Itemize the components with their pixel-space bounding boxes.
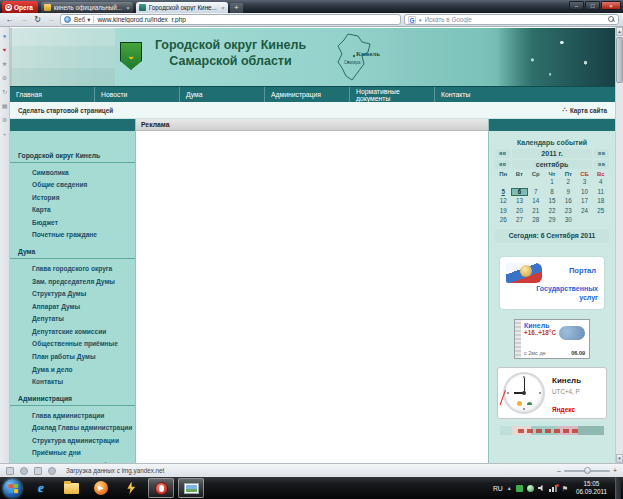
address-bar[interactable]: Веб ▾ www.kinelgorod.ru/index_r.php xyxy=(60,14,401,25)
language-indicator[interactable]: RU xyxy=(493,485,503,492)
sidebar-item[interactable]: Структура администрации xyxy=(10,434,135,447)
sidebar-item[interactable]: Доклад Главы администрации xyxy=(10,422,135,435)
star-panel-icon[interactable]: ★ xyxy=(2,61,7,67)
gosuslugi-portal-banner[interactable]: Портал Государственных услуг xyxy=(500,257,604,309)
calendar-day[interactable]: 11 xyxy=(593,188,609,197)
sidebar-item[interactable]: Бюджет xyxy=(10,216,135,229)
calendar-day[interactable]: 3 xyxy=(576,178,592,187)
close-button[interactable]: × xyxy=(601,1,621,10)
prev-year-button[interactable]: «« xyxy=(495,149,510,158)
next-month-button[interactable]: »» xyxy=(594,160,609,169)
sidebar-item[interactable]: Депутаты xyxy=(10,313,135,326)
search-icon[interactable] xyxy=(608,16,615,23)
tab-gorodskoy-okrug[interactable]: Городской округ Кине... × xyxy=(136,2,228,13)
scroll-down-icon[interactable]: ▼ xyxy=(616,454,623,463)
zoom-slider[interactable] xyxy=(564,470,610,472)
sidebar-section-title[interactable]: Дума xyxy=(10,245,135,259)
sidebar-item[interactable]: Общественные приёмные xyxy=(10,338,135,351)
sidebar-item[interactable]: Дума и дело xyxy=(10,363,135,376)
taskbar-lightning-app-icon[interactable] xyxy=(118,478,144,498)
calendar-day[interactable]: 21 xyxy=(528,207,544,216)
taskbar-media-player-icon[interactable]: ▶ xyxy=(88,478,114,498)
calendar-day[interactable]: 7 xyxy=(528,188,544,197)
volume-icon[interactable] xyxy=(538,485,545,492)
settings2-panel-icon[interactable]: ⚙ xyxy=(2,117,7,123)
network-icon[interactable] xyxy=(549,485,558,492)
nav-item-5[interactable]: Нормативные документы xyxy=(350,87,435,102)
camera-icon[interactable] xyxy=(48,467,56,475)
calendar-day[interactable]: 26 xyxy=(495,216,511,225)
nav-item-4[interactable]: Администрация xyxy=(265,87,350,102)
minimize-button[interactable]: – xyxy=(569,1,584,10)
taskbar-ie-icon[interactable]: e xyxy=(28,478,54,498)
weather-widget[interactable]: Кинель +16..+18°C с 2мс дн 06.09 xyxy=(514,319,590,359)
calendar-day[interactable]: 15 xyxy=(544,197,560,206)
sidebar-section-title[interactable]: Городской округ Кинель xyxy=(10,149,135,163)
url-text[interactable]: www.kinelgorod.ru/index_r.php xyxy=(97,16,186,23)
calendar-day[interactable]: 6 xyxy=(511,188,527,197)
zoom-slider-knob[interactable] xyxy=(584,467,591,474)
tray-antivirus-icon[interactable] xyxy=(527,485,534,492)
back-button[interactable]: ← xyxy=(4,15,15,25)
stop-button[interactable]: – xyxy=(46,15,57,25)
calendar-day[interactable]: 23 xyxy=(560,207,576,216)
taskbar-image-viewer-icon[interactable] xyxy=(178,478,204,498)
sidebar-item[interactable]: Глава администрации xyxy=(10,409,135,422)
calendar-day[interactable]: 14 xyxy=(528,197,544,206)
taskbar-opera-icon[interactable] xyxy=(148,478,174,498)
show-desktop-button[interactable] xyxy=(615,477,621,499)
sidebar-item[interactable]: Глава городского округа xyxy=(10,262,135,275)
tray-green-app-icon[interactable] xyxy=(516,485,523,492)
opera-menu-button[interactable]: O Opera xyxy=(2,1,38,13)
nav-item-1[interactable]: Главная xyxy=(10,87,95,102)
nav-item-2[interactable]: Новости xyxy=(95,87,180,102)
sidebar-item[interactable]: Контакты xyxy=(10,376,135,389)
calendar-day[interactable]: 4 xyxy=(593,178,609,187)
new-tab-button[interactable]: + xyxy=(230,3,243,13)
scrollbar-thumb[interactable] xyxy=(616,37,623,83)
calendar-day[interactable]: 17 xyxy=(576,197,592,206)
tab-close-icon[interactable]: × xyxy=(126,5,130,11)
set-start-page-link[interactable]: Сделать стартовой страницей xyxy=(18,107,113,114)
web-dropdown[interactable]: Веб ▾ xyxy=(74,16,94,23)
sidebar-item[interactable]: Карта xyxy=(10,204,135,217)
sidebar-item[interactable]: Депутатские комиссии xyxy=(10,325,135,338)
tab-close-icon[interactable]: × xyxy=(221,5,225,11)
search-field[interactable]: G ▾ Искать в Google xyxy=(404,14,619,25)
maximize-button[interactable]: □ xyxy=(585,1,600,10)
sidebar-item[interactable]: План работы Думы xyxy=(10,351,135,364)
sidebar-section-title[interactable]: Администрация xyxy=(10,392,135,406)
calendar-day[interactable]: 24 xyxy=(576,207,592,216)
nav-item-6[interactable]: Контакты xyxy=(435,87,615,102)
calendar-day[interactable]: 5 xyxy=(495,188,511,197)
notes-panel-icon[interactable]: ▦ xyxy=(2,103,8,109)
calendar-day[interactable]: 19 xyxy=(495,207,511,216)
start-button[interactable] xyxy=(3,479,22,498)
sidebar-item[interactable]: Общие сведения xyxy=(10,179,135,192)
sidebar-item[interactable]: Аппарат Думы xyxy=(10,300,135,313)
prev-month-button[interactable]: «« xyxy=(495,160,510,169)
calendar-day[interactable]: 27 xyxy=(511,216,527,225)
scrollbar-track[interactable] xyxy=(616,84,623,454)
widgets-panel-icon[interactable]: ♥ xyxy=(3,47,7,53)
calendar-day[interactable]: 12 xyxy=(495,197,511,206)
calendar-day[interactable]: 29 xyxy=(544,216,560,225)
bookmarks-panel-icon[interactable]: ● xyxy=(3,33,7,39)
scroll-up-icon[interactable]: ▲ xyxy=(616,27,623,36)
calendar-day[interactable]: 8 xyxy=(544,188,560,197)
sync-panel-icon[interactable]: ↻ xyxy=(2,89,7,95)
calendar-day[interactable]: 9 xyxy=(560,188,576,197)
sidebar-item[interactable]: Приёмные дни xyxy=(10,447,135,460)
sidebar-item[interactable]: Структура Думы xyxy=(10,288,135,301)
action-center-flag-icon[interactable]: ⚑ xyxy=(562,485,568,492)
sync-status-icon[interactable] xyxy=(34,467,42,475)
calendar-day[interactable]: 2 xyxy=(560,178,576,187)
next-year-button[interactable]: »» xyxy=(594,149,609,158)
tab-kinel-official[interactable]: кинель официальный... × xyxy=(41,2,133,13)
sidebar-item[interactable]: История xyxy=(10,191,135,204)
calendar-day[interactable]: 22 xyxy=(544,207,560,216)
panels-toggle-icon[interactable] xyxy=(6,467,14,475)
calendar-day[interactable]: 30 xyxy=(560,216,576,225)
calendar-day[interactable]: 28 xyxy=(528,216,544,225)
calendar-day[interactable]: 10 xyxy=(576,188,592,197)
